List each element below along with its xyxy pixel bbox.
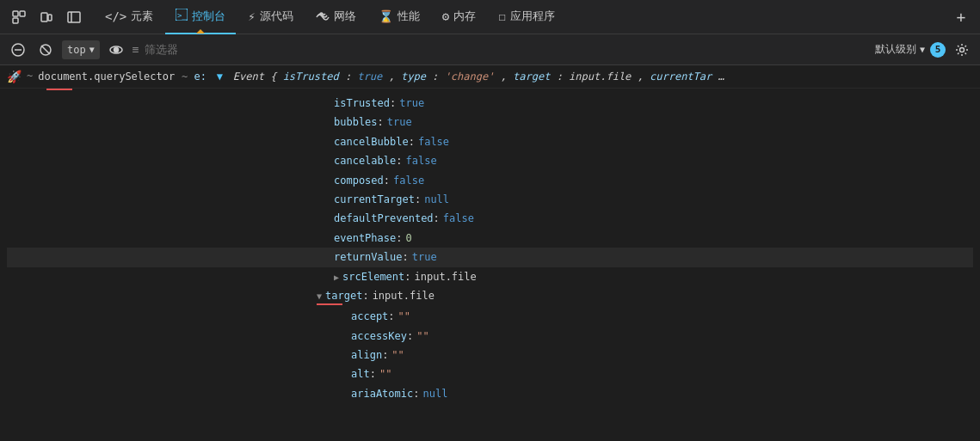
prop-name-ariaAtomic: ariaAtomic bbox=[351, 385, 413, 402]
ev-colon-5: : bbox=[557, 70, 569, 83]
message-bubble: 5 bbox=[930, 42, 946, 58]
message-count-value: 5 bbox=[935, 44, 941, 55]
prop-name-cancelBubble: cancelBubble bbox=[334, 133, 409, 150]
colon-target: : bbox=[362, 287, 368, 304]
prop-row-srcElement[interactable]: srcElement : input.file bbox=[7, 267, 973, 286]
performance-icon: ⌛ bbox=[379, 9, 393, 23]
event-preview: Event { isTrusted : true , type : 'chang… bbox=[233, 70, 724, 83]
prop-row-eventPhase[interactable]: eventPhase : 0 bbox=[7, 229, 973, 248]
message-count-area: 5 bbox=[930, 42, 946, 58]
prop-row-cancelable[interactable]: cancelable : false bbox=[7, 151, 973, 170]
prop-row-align[interactable]: align : "" bbox=[7, 346, 973, 364]
tab-elements[interactable]: </> 元素 bbox=[95, 0, 163, 34]
colon-accept: : bbox=[388, 308, 394, 325]
toolbar: top ▼ ≡ 默认级别 ▼ 5 bbox=[0, 34, 980, 65]
prop-name-accept: accept bbox=[351, 308, 388, 325]
tilde-char: ~ bbox=[27, 70, 33, 82]
prop-name-alt: alt bbox=[351, 365, 370, 383]
context-dropdown-icon: ▼ bbox=[89, 45, 95, 54]
console-settings-button[interactable] bbox=[951, 39, 973, 61]
tab-performance[interactable]: ⌛ 性能 bbox=[368, 0, 430, 34]
inspect-icon[interactable] bbox=[7, 5, 31, 29]
level-label: 默认级别 bbox=[875, 42, 916, 57]
prop-name-align: align bbox=[351, 346, 382, 364]
colon-6: : bbox=[415, 191, 421, 208]
level-dropdown-icon: ▼ bbox=[920, 45, 925, 54]
prop-row-bubbles[interactable]: bubbles : true bbox=[7, 113, 973, 132]
query-line: 🚀 ~ document.querySelector ~ e: ▼ Event … bbox=[0, 65, 980, 89]
prop-row-ariaAtomic[interactable]: ariaAtomic : null bbox=[7, 384, 973, 403]
level-select[interactable]: 默认级别 ▼ bbox=[875, 42, 925, 57]
nav-icon-group bbox=[7, 5, 86, 29]
query-expand-arrow[interactable]: ▼ bbox=[217, 70, 223, 83]
prop-row-returnValue[interactable]: returnValue : true bbox=[7, 248, 973, 266]
ev-key-type: type bbox=[401, 70, 426, 83]
ev-colon-4: , bbox=[501, 70, 513, 83]
brace-open: { bbox=[270, 70, 276, 83]
colon-3: : bbox=[409, 133, 415, 150]
colon-align: : bbox=[382, 346, 388, 364]
context-selector[interactable]: top ▼ bbox=[62, 40, 100, 59]
tab-sources[interactable]: ⚡ 源代码 bbox=[237, 0, 303, 34]
colon-accessKey: : bbox=[407, 328, 413, 345]
colon-alt: : bbox=[370, 365, 376, 383]
console-content: 🚀 ~ document.querySelector ~ e: ▼ Event … bbox=[0, 65, 980, 441]
tab-console[interactable]: >_ 控制台 bbox=[165, 0, 236, 34]
prop-row-cancelBubble[interactable]: cancelBubble : false bbox=[7, 132, 973, 151]
val-defaultPrevented: false bbox=[443, 210, 474, 227]
colon-7: : bbox=[434, 210, 440, 227]
prop-name-cancelable: cancelable bbox=[334, 152, 396, 169]
disable-log-button[interactable] bbox=[34, 39, 57, 61]
prop-row-composed[interactable]: composed : false bbox=[7, 171, 973, 190]
val-bubbles: true bbox=[387, 113, 412, 131]
tab-network[interactable]: 网络 bbox=[305, 0, 367, 34]
val-accept: "" bbox=[398, 308, 410, 325]
target-expand-icon[interactable] bbox=[317, 289, 322, 303]
device-toggle-icon[interactable] bbox=[34, 5, 59, 29]
performance-tab-label: 性能 bbox=[398, 9, 420, 24]
event-tree: isTrusted : true bubbles : true cancelBu… bbox=[0, 89, 980, 410]
colon-5: : bbox=[384, 172, 390, 189]
query-underline bbox=[46, 89, 72, 90]
memory-icon: ⚙ bbox=[442, 9, 449, 23]
svg-rect-1 bbox=[13, 18, 18, 23]
prop-name-srcElement: srcElement bbox=[342, 268, 404, 285]
filter-icon: ≡ bbox=[133, 43, 139, 56]
prop-row-isTrusted[interactable]: isTrusted : true bbox=[7, 94, 973, 113]
svg-line-12 bbox=[41, 46, 50, 54]
application-tab-label: 应用程序 bbox=[510, 9, 555, 24]
svg-text:>_: >_ bbox=[177, 11, 187, 20]
prop-name-accessKey: accessKey bbox=[351, 328, 407, 345]
srcElement-expand-icon[interactable] bbox=[334, 270, 339, 285]
sidebar-toggle-icon[interactable] bbox=[62, 5, 86, 29]
val-currentTarget: null bbox=[424, 191, 449, 208]
val-ariaAtomic: null bbox=[422, 385, 447, 402]
prop-name-currentTarget: currentTarget bbox=[334, 191, 415, 208]
val-cancelBubble: false bbox=[418, 133, 449, 150]
val-srcElement: input.file bbox=[415, 268, 477, 285]
query-selector-text: document.querySelector bbox=[38, 70, 175, 83]
clear-console-button[interactable] bbox=[7, 39, 29, 61]
prop-row-target[interactable]: target : input.file bbox=[7, 286, 973, 305]
val-returnValue: true bbox=[412, 248, 437, 266]
prop-name-isTrusted: isTrusted bbox=[334, 95, 390, 112]
prop-row-currentTarget[interactable]: currentTarget : null bbox=[7, 190, 973, 209]
ev-key-target: target bbox=[513, 70, 550, 83]
svg-rect-2 bbox=[20, 11, 25, 16]
ev-colon-6: , bbox=[638, 70, 650, 83]
val-cancelable: false bbox=[405, 152, 436, 169]
eye-icon[interactable] bbox=[105, 39, 127, 61]
prop-row-accept[interactable]: accept : "" bbox=[7, 307, 973, 326]
prop-row-defaultPrevented[interactable]: defaultPrevented : false bbox=[7, 209, 973, 228]
prop-row-accessKey[interactable]: accessKey : "" bbox=[7, 327, 973, 346]
prop-row-alt[interactable]: alt : "" bbox=[7, 364, 973, 383]
tab-memory[interactable]: ⚙ 内存 bbox=[432, 0, 486, 34]
filter-input[interactable] bbox=[145, 43, 870, 56]
add-tab-button[interactable]: + bbox=[949, 5, 973, 29]
memory-tab-label: 内存 bbox=[453, 9, 476, 24]
tab-application[interactable]: ☐ 应用程序 bbox=[488, 0, 564, 34]
network-tab-label: 网络 bbox=[334, 9, 356, 24]
network-icon bbox=[316, 9, 330, 23]
ev-ellipsis: … bbox=[718, 70, 724, 83]
prop-name-returnValue: returnValue bbox=[334, 248, 402, 266]
